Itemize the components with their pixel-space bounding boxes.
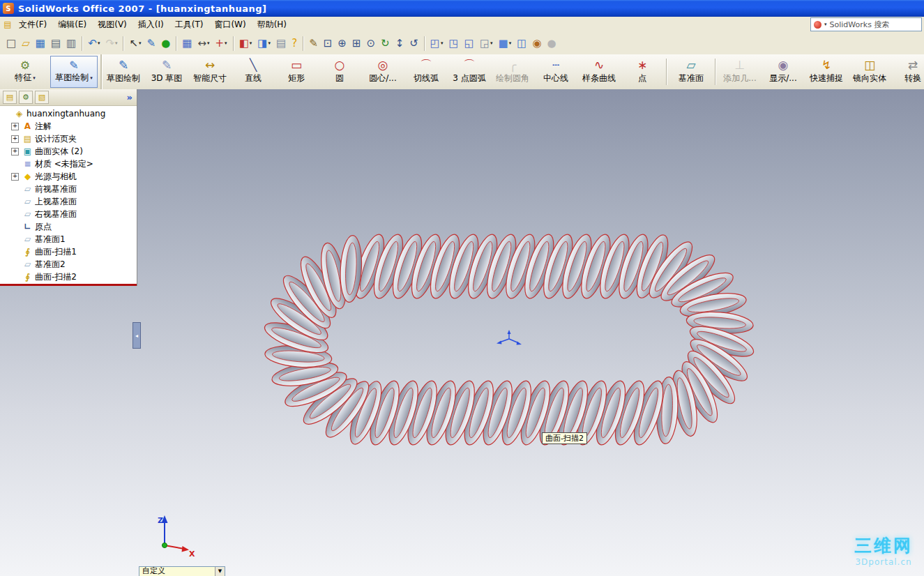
camera-view-button[interactable]: ◉ bbox=[530, 35, 543, 52]
print-button[interactable]: ▤ bbox=[49, 35, 63, 52]
solidworks-search[interactable]: ▾ SolidWorks 搜索 bbox=[810, 17, 922, 31]
tree-item-front-plane[interactable]: ▱前视基准面 bbox=[0, 183, 137, 195]
tool-centerline[interactable]: ┄中心线 bbox=[534, 56, 577, 88]
tool-mirror-entities[interactable]: ◫镜向实体 bbox=[848, 56, 891, 88]
save-button[interactable]: ▦ bbox=[33, 35, 47, 52]
menu-help[interactable]: 帮助(H) bbox=[252, 17, 292, 32]
view-orientation-button[interactable]: ◰▾ bbox=[428, 35, 446, 52]
feature-cube-button[interactable]: ◧▾ bbox=[237, 35, 255, 52]
zoom-to-fit-button[interactable]: ⊡ bbox=[321, 35, 335, 52]
menu-window[interactable]: 窗口(W) bbox=[209, 17, 251, 32]
zoom-in-out-button[interactable]: ⊕ bbox=[335, 35, 349, 52]
tool-convert-entities[interactable]: ⇄转换 bbox=[891, 56, 924, 88]
help-button[interactable]: ? bbox=[289, 35, 299, 52]
front-view-button[interactable]: ◳ bbox=[447, 35, 461, 52]
tool-circle[interactable]: ○圆 bbox=[318, 56, 361, 88]
menu-file[interactable]: 文件(F) bbox=[13, 17, 52, 32]
expand-toggle[interactable]: + bbox=[11, 148, 19, 156]
tool-plane[interactable]: ▱基准面 bbox=[669, 56, 713, 88]
tool-line[interactable]: ╲直线 bbox=[232, 56, 275, 88]
tree-item-design-binder[interactable]: +▤设计活页夹 bbox=[0, 132, 137, 145]
refresh-view-button[interactable]: ↻ bbox=[379, 35, 392, 52]
tab-features-dropdown[interactable]: ▾ bbox=[33, 75, 36, 81]
tool-smart-dimension[interactable]: ↔智能尺寸 bbox=[188, 56, 232, 88]
annotations-button[interactable]: +▾ bbox=[213, 35, 229, 52]
menu-view[interactable]: 视图(V) bbox=[92, 17, 132, 32]
shaded-view-button[interactable]: ■▾ bbox=[497, 35, 514, 52]
tree-item-part-root[interactable]: ◈huanxingtanhuang bbox=[0, 107, 137, 120]
zoom-area-button[interactable]: ⊞ bbox=[350, 35, 363, 52]
redo-button[interactable]: ↷▾ bbox=[103, 35, 119, 52]
pan-button[interactable]: ↕ bbox=[393, 35, 407, 52]
graphics-viewport[interactable]: 曲面-扫描2 Z X ◂ 自定义 ▼ 三维网 3Dportal.cn bbox=[0, 89, 924, 576]
custom-view-combobox[interactable]: 自定义 ▼ bbox=[139, 566, 225, 576]
tree-item-material[interactable]: ≡材质 <未指定> bbox=[0, 158, 137, 170]
new-document-button[interactable]: □ bbox=[4, 35, 18, 52]
tree-item-surface-sweep1[interactable]: ∮曲面-扫描1 bbox=[0, 245, 137, 258]
undo-button-dropdown[interactable]: ▾ bbox=[98, 40, 100, 46]
tree-item-plane2[interactable]: ▱基准面2 bbox=[0, 258, 137, 271]
assembly-cube-button[interactable]: ◨▾ bbox=[255, 35, 273, 52]
expand-toggle[interactable]: + bbox=[11, 173, 19, 181]
featuremanager-tab[interactable]: ▤ bbox=[3, 91, 17, 104]
tool-center-circle[interactable]: ◎圆心/... bbox=[361, 56, 404, 88]
menu-tools[interactable]: 工具(T) bbox=[169, 17, 209, 32]
view-orientation-button-dropdown[interactable]: ▾ bbox=[441, 40, 444, 46]
drawing-sheet-button[interactable]: ▤ bbox=[274, 35, 288, 52]
tool-point[interactable]: ∗点 bbox=[621, 56, 664, 88]
panel-expand-chevron[interactable]: » bbox=[126, 92, 134, 103]
dimension-button-dropdown[interactable]: ▾ bbox=[207, 40, 210, 46]
tool-spline[interactable]: ∿样条曲线 bbox=[577, 56, 621, 88]
wireframe-button-dropdown[interactable]: ▾ bbox=[490, 40, 493, 46]
grid-button[interactable]: ▦ bbox=[180, 35, 194, 52]
tree-item-right-plane[interactable]: ▱右视基准面 bbox=[0, 208, 137, 220]
tree-item-lights-cameras[interactable]: +◆光源与相机 bbox=[0, 170, 137, 183]
wireframe-button[interactable]: ◲▾ bbox=[478, 35, 495, 52]
tab-sketch-dropdown[interactable]: ▾ bbox=[90, 75, 93, 81]
dimension-button[interactable]: ↔▾ bbox=[195, 35, 211, 52]
tree-item-top-plane[interactable]: ▱上视基准面 bbox=[0, 195, 137, 208]
zoom-selected-button[interactable]: ⊙ bbox=[365, 35, 378, 52]
panel-collapse-handle[interactable]: ◂ bbox=[132, 322, 141, 349]
tree-item-surface-sweep2[interactable]: ∮曲面-扫描2 bbox=[0, 271, 137, 283]
tree-item-plane1[interactable]: ▱基准面1 bbox=[0, 233, 137, 245]
print-preview-button[interactable]: ▥ bbox=[64, 35, 78, 52]
iso-view-button[interactable]: ◱ bbox=[462, 35, 476, 52]
sketch-entities-button[interactable]: ✎ bbox=[145, 35, 158, 52]
select-button-dropdown[interactable]: ▾ bbox=[139, 40, 142, 46]
tool-display-relations[interactable]: ◉显示/... bbox=[762, 56, 805, 88]
undo-button[interactable]: ↶▾ bbox=[86, 35, 102, 52]
configurationmanager-tab[interactable]: ▧ bbox=[35, 91, 49, 104]
open-button[interactable]: ▱ bbox=[20, 35, 32, 52]
tree-item-origin[interactable]: ∟原点 bbox=[0, 220, 137, 233]
document-menu-icon[interactable]: ▤ bbox=[2, 20, 13, 29]
expand-toggle[interactable]: + bbox=[11, 123, 19, 130]
tool-sketch[interactable]: ✎草图绘制 bbox=[102, 56, 145, 88]
tree-item-surface-bodies[interactable]: +▣曲面实体 (2) bbox=[0, 145, 137, 158]
redo-button-dropdown[interactable]: ▾ bbox=[115, 40, 118, 46]
tool-tangent-arc[interactable]: ⌒切线弧 bbox=[404, 56, 448, 88]
edit-sketch-button[interactable]: ✎ bbox=[307, 35, 320, 52]
menu-edit[interactable]: 编辑(E) bbox=[52, 17, 92, 32]
tool-quick-snaps[interactable]: ↯快速捕捉 bbox=[805, 56, 848, 88]
appearance-button[interactable]: ● bbox=[545, 35, 559, 52]
rollback-bar[interactable] bbox=[0, 284, 137, 286]
tool-3d-sketch[interactable]: ✎3D 草图 bbox=[145, 56, 188, 88]
annotations-button-dropdown[interactable]: ▾ bbox=[225, 40, 227, 46]
search-dropdown-icon[interactable]: ▾ bbox=[824, 22, 827, 27]
tab-sketch[interactable]: ✎草图绘制▾ bbox=[50, 56, 98, 88]
feature-cube-button-dropdown[interactable]: ▾ bbox=[250, 40, 252, 46]
shaded-view-button-dropdown[interactable]: ▾ bbox=[509, 40, 512, 46]
combobox-dropdown-icon[interactable]: ▼ bbox=[215, 567, 225, 576]
propertymanager-tab[interactable]: ⚙ bbox=[19, 91, 33, 104]
select-button[interactable]: ↖▾ bbox=[127, 35, 143, 52]
expand-toggle[interactable]: + bbox=[11, 135, 19, 143]
section-view-button[interactable]: ◫ bbox=[515, 35, 529, 52]
menu-insert[interactable]: 插入(I) bbox=[132, 17, 169, 32]
record-macro-button[interactable]: ● bbox=[159, 35, 172, 52]
rotate-view-button[interactable]: ↺ bbox=[407, 35, 421, 52]
tab-features[interactable]: ⚙特征▾ bbox=[1, 56, 49, 88]
tool-rectangle[interactable]: ▭矩形 bbox=[275, 56, 318, 88]
tree-item-annotations[interactable]: +A注解 bbox=[0, 120, 137, 132]
tool-3point-arc[interactable]: ⌒3 点圆弧 bbox=[448, 56, 491, 88]
